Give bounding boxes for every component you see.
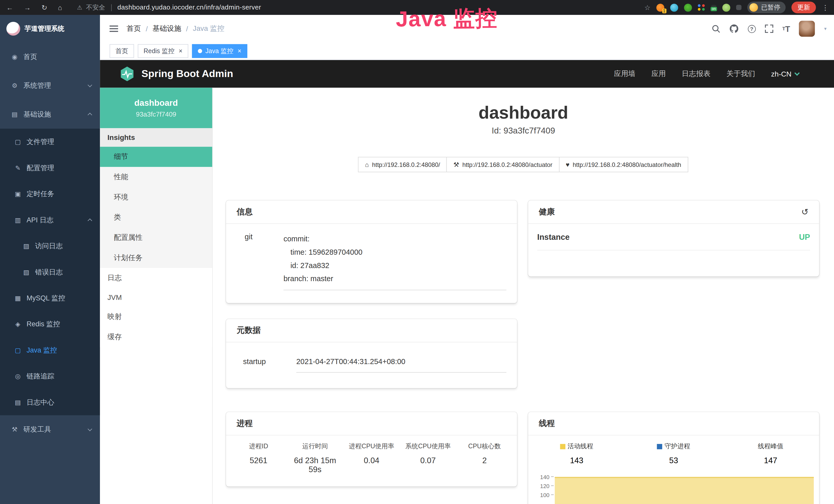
close-icon[interactable]: ×: [179, 47, 183, 55]
health-url-link[interactable]: ♥ http://192.168.0.2:48080/actuator/heal…: [559, 157, 688, 172]
sidebar-item-config-manage[interactable]: ✎ 配置管理: [0, 155, 100, 181]
sidebar-item-home[interactable]: ◉ 首页: [0, 43, 100, 71]
edit-icon: ✎: [14, 164, 22, 171]
sidebar-item-mysql-monitor[interactable]: ▦ MySQL 监控: [0, 285, 100, 311]
sba-locale-select[interactable]: zh-CN: [771, 70, 799, 78]
font-size-icon[interactable]: TT: [782, 24, 790, 33]
java-monitor-icon: ▢: [14, 346, 22, 354]
sidebar-item-log-center[interactable]: ▤ 日志中心: [0, 389, 100, 415]
threads-legend: 活动线程 143 守护进程 53 线程峰值 147: [528, 435, 819, 465]
security-label: 不安全: [86, 3, 105, 12]
live-threads-area: [555, 477, 814, 504]
sba-item-jvm[interactable]: JVM: [100, 288, 212, 306]
threads-card: 线程 活动线程 143 守护进程 53 线程峰值 147 140 120: [528, 412, 819, 504]
home-icon[interactable]: ⌂: [58, 3, 62, 11]
extension-dark-icon[interactable]: [736, 5, 742, 10]
chrome-update-button[interactable]: 更新: [791, 2, 816, 13]
sidebar-item-tracing[interactable]: ◎ 链路追踪: [0, 363, 100, 389]
tab-redis-monitor[interactable]: Redis 监控 ×: [138, 44, 188, 58]
reload-icon[interactable]: ↻: [42, 3, 47, 11]
sba-insights-group: 细节 性能 环境 类 配置属性 计划任务: [100, 147, 212, 268]
sidebar-item-java-monitor[interactable]: ▢ Java 监控: [0, 337, 100, 363]
sba-item-mappings[interactable]: 映射: [100, 307, 212, 327]
app-logo[interactable]: 芋道管理系统: [0, 15, 100, 43]
process-table: 进程ID 运行时间 进程CPU使用率 系统CPU使用率 CPU核心数 5261 …: [226, 435, 517, 474]
sba-section-insights: Insights: [100, 128, 212, 146]
sidebar-item-scheduled-job[interactable]: ▣ 定时任务: [0, 181, 100, 207]
sidebar-item-redis-monitor[interactable]: ◈ Redis 监控: [0, 311, 100, 337]
sidebar-item-api-log[interactable]: ▥ API 日志: [0, 207, 100, 233]
actuator-url-link[interactable]: ⚒ http://192.168.0.2:48080/actuator: [446, 157, 559, 172]
sidebar-item-devtools[interactable]: ⚒ 研发工具: [0, 415, 100, 444]
sidebar-item-label: 首页: [23, 52, 37, 62]
github-icon[interactable]: [729, 24, 739, 33]
heart-icon: ♥: [566, 161, 570, 168]
extension-fox-icon[interactable]: 1: [656, 3, 664, 11]
extension-drop-icon[interactable]: [670, 3, 678, 11]
bookmark-star-icon[interactable]: ☆: [644, 3, 650, 11]
chevron-up-icon: [88, 113, 92, 117]
process-uptime: 6d 23h 15m 59s: [287, 456, 344, 474]
live-threads-swatch: [560, 444, 566, 449]
sba-nav-about[interactable]: 关于我们: [726, 69, 755, 78]
infra-submenu: ▢ 文件管理 ✎ 配置管理 ▣ 定时任务 ▥ API 日志 ▨ 访问日志 ▧: [0, 129, 100, 415]
api-log-icon: ▥: [14, 216, 22, 224]
extension-leaf-icon[interactable]: [722, 3, 730, 11]
sba-instance-header[interactable]: dashboard 93a3fc7f7409: [100, 88, 212, 128]
chevron-down-icon: [88, 83, 92, 87]
security-warning-icon: ⚠: [77, 4, 82, 11]
sidebar-item-file-manage[interactable]: ▢ 文件管理: [0, 129, 100, 155]
browser-menu-icon[interactable]: ⋮: [822, 3, 829, 11]
sba-item-classes[interactable]: 类: [100, 207, 212, 228]
sidebar-item-infra[interactable]: ▤ 基础设施: [0, 100, 100, 129]
sba-item-details[interactable]: 细节: [100, 147, 212, 167]
sba-nav-wall[interactable]: 应用墙: [614, 69, 635, 78]
close-icon[interactable]: ×: [238, 47, 241, 55]
sidebar-item-error-log[interactable]: ▧ 错误日志: [0, 259, 100, 285]
fullscreen-icon[interactable]: [765, 24, 773, 33]
header-actions: ? TT ▾: [711, 21, 834, 37]
user-avatar[interactable]: [799, 21, 815, 37]
health-status-badge: UP: [799, 232, 810, 241]
info-card-title: 信息: [226, 201, 517, 224]
browser-actions: ☆ 1 on 已暂停 更新 ⋮: [644, 2, 834, 13]
admin-header: 首页 / 基础设施 / Java 监控 ? TT ▾: [100, 15, 834, 43]
tab-java-monitor[interactable]: Java 监控 ×: [192, 44, 247, 58]
url-text: dashboard.yudao.iocoder.cn/infra/admin-s…: [117, 4, 261, 11]
forward-icon[interactable]: →: [24, 3, 31, 11]
sba-item-metrics[interactable]: 性能: [100, 167, 212, 187]
sba-brand-title: Spring Boot Admin: [141, 68, 233, 80]
extension-on-icon[interactable]: on: [711, 5, 717, 10]
service-url-link[interactable]: ⌂ http://192.168.0.2:48080/: [358, 157, 447, 172]
error-log-icon: ▧: [22, 268, 30, 276]
sidebar-item-system[interactable]: ⚙ 系统管理: [0, 71, 100, 100]
sba-item-scheduledtasks[interactable]: 计划任务: [100, 248, 212, 268]
infrastructure-icon: ▤: [10, 111, 19, 118]
sba-item-environment[interactable]: 环境: [100, 187, 212, 207]
help-icon[interactable]: ?: [748, 25, 756, 32]
sba-logo[interactable]: Spring Boot Admin: [119, 66, 233, 82]
search-icon[interactable]: [711, 24, 720, 33]
hamburger-icon[interactable]: [110, 25, 118, 32]
breadcrumb-infra[interactable]: 基础设施: [153, 24, 181, 33]
profile-paused-badge[interactable]: 已暂停: [747, 2, 786, 13]
sba-navbar: Spring Boot Admin 应用墙 应用 日志报表 关于我们 zh-CN: [100, 60, 834, 88]
sba-item-caches[interactable]: 缓存: [100, 327, 212, 347]
extension-on-label: on: [711, 7, 717, 11]
history-icon[interactable]: ↺: [802, 207, 809, 217]
back-icon[interactable]: ←: [6, 3, 13, 11]
breadcrumb-home[interactable]: 首页: [127, 24, 141, 33]
extension-dots-icon[interactable]: [698, 4, 705, 11]
avatar-caret-icon[interactable]: ▾: [824, 26, 827, 31]
metadata-card-title: 元数据: [226, 319, 517, 342]
extension-green-icon[interactable]: [684, 3, 692, 11]
address-bar[interactable]: ⚠ 不安全 dashboard.yudao.iocoder.cn/infra/a…: [77, 3, 261, 12]
sidebar-item-access-log[interactable]: ▨ 访问日志: [0, 233, 100, 259]
sba-nav-applications[interactable]: 应用: [651, 69, 666, 78]
tab-home[interactable]: 首页: [110, 44, 134, 58]
admin-sidebar: 芋道管理系统 ◉ 首页 ⚙ 系统管理 ▤ 基础设施 ▢ 文件管理 ✎ 配置管理: [0, 15, 100, 504]
sba-nav-journal[interactable]: 日志报表: [682, 69, 710, 78]
sba-item-logs[interactable]: 日志: [100, 268, 212, 288]
info-key: git: [237, 232, 284, 290]
sba-item-configprops[interactable]: 配置属性: [100, 228, 212, 248]
